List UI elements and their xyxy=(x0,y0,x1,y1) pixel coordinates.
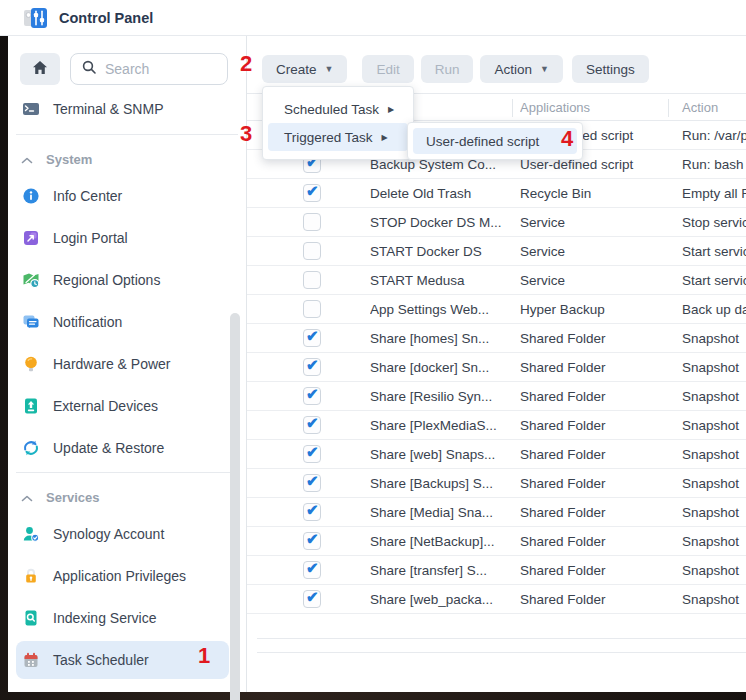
task-application: Recycle Bin xyxy=(520,186,675,201)
row-enabled-checkbox[interactable] xyxy=(303,213,321,231)
settings-button[interactable]: Settings xyxy=(572,55,649,83)
row-enabled-checkbox[interactable] xyxy=(303,387,321,405)
table-row[interactable]: Share [docker] Sn... Shared Folder Snaps… xyxy=(247,353,746,382)
task-name: START Medusa xyxy=(370,273,520,288)
task-application: Shared Folder xyxy=(520,534,675,549)
task-action: Snapshot xyxy=(675,331,746,346)
search-icon xyxy=(81,59,97,79)
table-row[interactable]: Share [homes] Sn... Shared Folder Snapsh… xyxy=(247,324,746,353)
menu-item-scheduled-task[interactable]: Scheduled Task ▶ xyxy=(263,95,413,123)
column-divider xyxy=(668,99,669,117)
annotation-step-1: 1 xyxy=(198,645,210,667)
task-name: Share [transfer] S... xyxy=(370,563,520,578)
table-row[interactable]: START Medusa Service Start servic xyxy=(247,266,746,295)
column-header-action[interactable]: Action xyxy=(675,100,746,115)
sidebar-item-label: Hardware & Power xyxy=(53,356,171,372)
task-scheduler-icon xyxy=(22,651,40,669)
task-action: Snapshot xyxy=(675,476,746,491)
edit-button[interactable]: Edit xyxy=(362,55,413,83)
menu-item-user-defined-script[interactable]: User-defined script xyxy=(413,128,577,154)
search-field[interactable] xyxy=(105,61,219,77)
sidebar-item-external-devices[interactable]: External Devices xyxy=(8,385,246,427)
create-dropdown-menu: Scheduled Task ▶ Triggered Task ▶ xyxy=(262,86,414,160)
row-enabled-checkbox[interactable] xyxy=(303,445,321,463)
task-name: Share [Media] Sna... xyxy=(370,505,520,520)
sidebar-section-services[interactable]: Services xyxy=(8,485,246,509)
column-header-applications[interactable]: Applications xyxy=(520,100,675,115)
table-row[interactable]: STOP Docker DS M... Service Stop servic xyxy=(247,208,746,237)
task-action: Run: bash / xyxy=(675,157,746,172)
row-enabled-checkbox[interactable] xyxy=(303,300,321,318)
task-action: Snapshot xyxy=(675,447,746,462)
row-enabled-checkbox[interactable] xyxy=(303,532,321,550)
row-enabled-checkbox[interactable] xyxy=(303,242,321,260)
row-enabled-checkbox[interactable] xyxy=(303,184,321,202)
task-application: Shared Folder xyxy=(520,592,675,607)
row-enabled-checkbox[interactable] xyxy=(303,329,321,347)
application-privileges-icon xyxy=(22,567,40,585)
run-button-label: Run xyxy=(435,62,460,77)
sidebar-item-label: Info Center xyxy=(53,188,122,204)
task-action: Back up da xyxy=(675,302,746,317)
column-divider xyxy=(512,99,513,117)
home-button[interactable] xyxy=(20,53,60,85)
sidebar-item-label: Login Portal xyxy=(53,230,128,246)
task-application: Shared Folder xyxy=(520,360,675,375)
sidebar-item-synology-account[interactable]: Synology Account xyxy=(8,513,246,555)
submenu-arrow-icon: ▶ xyxy=(388,105,394,114)
create-button[interactable]: Create ▼ xyxy=(262,55,347,83)
chevron-down-icon: ▼ xyxy=(325,64,334,74)
table-row[interactable]: START Docker DS Service Start servic xyxy=(247,237,746,266)
sidebar-item-indexing-service[interactable]: Indexing Service xyxy=(8,597,246,639)
row-enabled-checkbox[interactable] xyxy=(303,271,321,289)
row-enabled-checkbox[interactable] xyxy=(303,561,321,579)
task-application: Service xyxy=(520,215,675,230)
task-name: Share [web] Snaps... xyxy=(370,447,520,462)
edit-button-label: Edit xyxy=(376,62,399,77)
run-button[interactable]: Run xyxy=(421,55,474,83)
table-row[interactable]: Delete Old Trash Recycle Bin Empty all R xyxy=(247,179,746,208)
synology-account-icon xyxy=(22,525,40,543)
task-action: Empty all R xyxy=(675,186,746,201)
sidebar-item-label: External Devices xyxy=(53,398,158,414)
sidebar-item-terminal-snmp[interactable]: Terminal & SNMP xyxy=(8,95,246,123)
task-application: Shared Folder xyxy=(520,505,675,520)
sidebar-item-application-privileges[interactable]: Application Privileges xyxy=(8,555,246,597)
table-row[interactable]: Share [transfer] S... Shared Folder Snap… xyxy=(247,556,746,585)
sidebar-item-notification[interactable]: Notification xyxy=(8,301,246,343)
row-enabled-checkbox[interactable] xyxy=(303,416,321,434)
task-name: Share [homes] Sn... xyxy=(370,331,520,346)
row-enabled-checkbox[interactable] xyxy=(303,474,321,492)
sidebar-item-hardware-power[interactable]: Hardware & Power xyxy=(8,343,246,385)
sidebar-item-info-center[interactable]: Info Center xyxy=(8,175,246,217)
sidebar-item-login-portal[interactable]: Login Portal xyxy=(8,217,246,259)
task-name: Share [PlexMediaS... xyxy=(370,418,520,433)
sidebar-scrollbar-thumb[interactable] xyxy=(230,313,240,700)
sidebar-item-regional-options[interactable]: Regional Options xyxy=(8,259,246,301)
table-row[interactable]: Share [Resilio Syn... Shared Folder Snap… xyxy=(247,382,746,411)
row-enabled-checkbox[interactable] xyxy=(303,590,321,608)
search-input[interactable] xyxy=(70,53,228,85)
task-action: Start servic xyxy=(675,273,746,288)
table-row[interactable]: Share [NetBackup]... Shared Folder Snaps… xyxy=(247,527,746,556)
submenu-arrow-icon: ▶ xyxy=(382,133,388,142)
row-enabled-checkbox[interactable] xyxy=(303,503,321,521)
sidebar-item-label: Terminal & SNMP xyxy=(53,101,163,117)
task-application: Shared Folder xyxy=(520,476,675,491)
sidebar-section-system[interactable]: System xyxy=(8,147,246,171)
row-enabled-checkbox[interactable] xyxy=(303,358,321,376)
sidebar: Terminal & SNMP System Info Center Login… xyxy=(8,36,247,692)
table-row[interactable]: App Settings Web... Hyper Backup Back up… xyxy=(247,295,746,324)
table-row[interactable]: Share [web] Snaps... Shared Folder Snaps… xyxy=(247,440,746,469)
table-row[interactable]: Share [PlexMediaS... Shared Folder Snaps… xyxy=(247,411,746,440)
table-row[interactable]: Share [Backups] S... Shared Folder Snaps… xyxy=(247,469,746,498)
table-row[interactable]: Share [web_packa... Shared Folder Snapsh… xyxy=(247,585,746,614)
action-button[interactable]: Action ▼ xyxy=(480,55,562,83)
table-row[interactable]: Share [Media] Sna... Shared Folder Snaps… xyxy=(247,498,746,527)
menu-item-triggered-task[interactable]: Triggered Task ▶ xyxy=(268,123,408,151)
sidebar-item-label: Update & Restore xyxy=(53,440,164,456)
sidebar-item-label: Application Privileges xyxy=(53,568,186,584)
sidebar-item-update-restore[interactable]: Update & Restore xyxy=(8,427,246,469)
control-panel-icon xyxy=(24,7,48,29)
chevron-up-icon xyxy=(21,152,33,167)
